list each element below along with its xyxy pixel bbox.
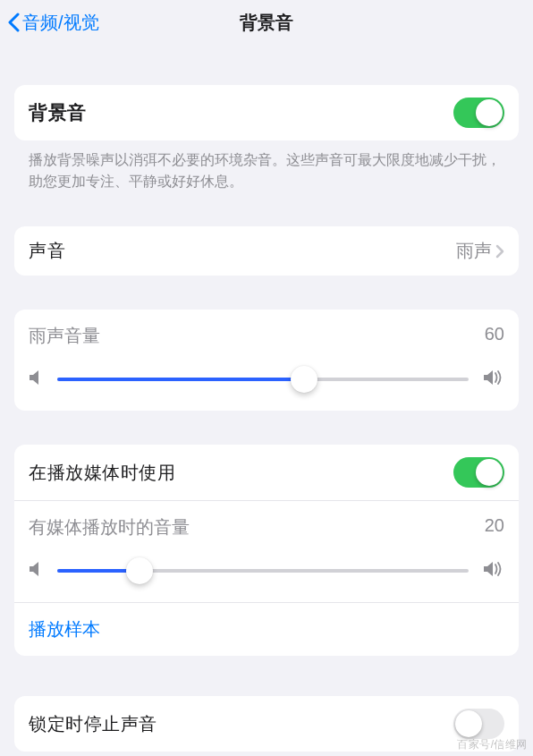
chevron-left-icon bbox=[7, 13, 21, 32]
volume-max-icon bbox=[483, 370, 504, 390]
chevron-right-icon bbox=[495, 244, 504, 259]
back-label: 音频/视觉 bbox=[22, 11, 99, 35]
group-lock-stop: 锁定时停止声音 bbox=[14, 696, 519, 752]
group-media-playing: 在播放媒体时使用 有媒体播放时的音量 20 bbox=[14, 445, 519, 656]
lock-stop-toggle[interactable] bbox=[453, 709, 504, 739]
toggle-knob bbox=[455, 710, 482, 737]
media-volume-slider[interactable] bbox=[57, 557, 469, 584]
rain-volume-value: 60 bbox=[485, 324, 504, 348]
volume-max-icon bbox=[483, 561, 504, 582]
back-button[interactable]: 音频/视觉 bbox=[7, 11, 99, 35]
row-media-toggle: 在播放媒体时使用 bbox=[14, 445, 519, 500]
slider-thumb[interactable] bbox=[126, 557, 153, 584]
media-volume-value: 20 bbox=[485, 515, 504, 539]
rain-volume-label: 雨声音量 bbox=[29, 324, 100, 348]
row-lock-stop-toggle: 锁定时停止声音 bbox=[14, 696, 519, 752]
group-sound-select: 声音 雨声 bbox=[14, 226, 519, 276]
row-sound-select[interactable]: 声音 雨声 bbox=[14, 226, 519, 276]
lock-stop-footer: 启用时，背景音在 iPad 锁定时将会停止。 bbox=[14, 752, 519, 756]
slider-fill bbox=[57, 378, 304, 381]
rain-volume-slider[interactable] bbox=[57, 366, 469, 393]
group-background-sound: 背景音 bbox=[14, 85, 519, 140]
nav-bar: 音频/视觉 背景音 bbox=[0, 0, 533, 45]
row-background-sound-toggle: 背景音 bbox=[14, 85, 519, 140]
media-toggle[interactable] bbox=[453, 457, 504, 488]
toggle-knob bbox=[476, 99, 503, 126]
sound-value: 雨声 bbox=[456, 239, 492, 263]
background-sound-toggle[interactable] bbox=[453, 98, 504, 128]
slider-thumb[interactable] bbox=[291, 366, 317, 393]
lock-stop-label: 锁定时停止声音 bbox=[29, 712, 157, 736]
media-toggle-label: 在播放媒体时使用 bbox=[29, 461, 175, 485]
sound-label: 声音 bbox=[29, 239, 65, 263]
group-rain-volume: 雨声音量 60 bbox=[14, 310, 519, 411]
background-sound-label: 背景音 bbox=[29, 100, 87, 125]
volume-min-icon bbox=[29, 370, 43, 390]
volume-min-icon bbox=[29, 561, 43, 582]
media-volume-label: 有媒体播放时的音量 bbox=[29, 515, 190, 539]
background-sound-footer: 播放背景噪声以消弭不必要的环境杂音。这些声音可最大限度地减少干扰，助您更加专注、… bbox=[14, 140, 519, 192]
toggle-knob bbox=[476, 459, 503, 486]
play-sample-button[interactable]: 播放样本 bbox=[14, 602, 519, 656]
